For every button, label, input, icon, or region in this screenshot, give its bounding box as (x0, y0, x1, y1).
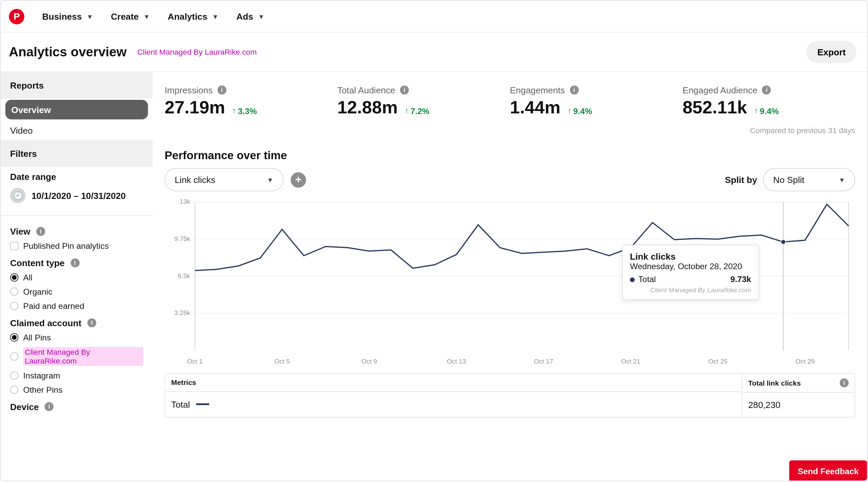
splitby-label: Split by (725, 175, 757, 185)
radio-claimed-all[interactable]: All Pins (1, 330, 153, 345)
radio-icon (10, 352, 18, 361)
date-range-value: 10/1/2020 – 10/31/2020 (32, 190, 126, 201)
info-icon[interactable]: i (762, 86, 771, 94)
radio-icon (10, 288, 19, 296)
sidebar-item-video[interactable]: Video (1, 120, 153, 140)
add-metric-button[interactable]: + (291, 172, 306, 188)
nav-business-label: Business (42, 11, 82, 21)
split-dropdown[interactable]: No Split ▼ (763, 168, 855, 191)
nav-analytics[interactable]: Analytics ▼ (168, 11, 219, 21)
info-icon[interactable]: i (36, 227, 45, 236)
metrics-row: Impressionsi 27.19m ↑3.3% Total Audience… (153, 72, 867, 125)
chart-tooltip: Link clicks Wednesday, October 28, 2020 … (622, 245, 759, 300)
export-button[interactable]: Export (807, 41, 856, 63)
radio-content-paid[interactable]: Paid and earned (1, 299, 153, 313)
svg-text:13k: 13k (180, 198, 190, 205)
info-icon[interactable]: i (45, 402, 54, 411)
metric-dropdown[interactable]: Link clicks ▼ (165, 168, 284, 191)
tooltip-title: Link clicks (630, 251, 751, 261)
chevron-down-icon: ▼ (838, 176, 845, 183)
send-feedback-button[interactable]: Send Feedback (790, 460, 867, 481)
metric-value: 852.11k (683, 97, 747, 118)
table-head-metrics: Metrics (165, 374, 742, 392)
nav-ads[interactable]: Ads ▼ (236, 11, 265, 21)
nav-create-label: Create (111, 11, 139, 21)
legend-line-icon (196, 403, 209, 405)
arrow-up-icon: ↑ (405, 106, 409, 115)
series-dot-icon (630, 277, 635, 282)
info-icon[interactable]: i (570, 86, 579, 94)
svg-text:Oct 5: Oct 5 (274, 358, 290, 365)
radio-content-organic[interactable]: Organic (1, 284, 153, 299)
header-bar: Analytics overview Client Managed By Lau… (1, 33, 867, 72)
metric-value: 1.44m (510, 97, 561, 118)
client-tag: Client Managed By LauraRike.com (137, 48, 257, 56)
radio-icon (10, 273, 19, 282)
nav-ads-label: Ads (236, 11, 253, 21)
info-icon[interactable]: i (71, 258, 79, 267)
content-type-label: Content type i (1, 253, 153, 271)
svg-text:9.75k: 9.75k (174, 235, 190, 242)
info-icon[interactable]: i (217, 86, 226, 94)
radio-content-all[interactable]: All (1, 270, 153, 284)
radio-icon (10, 302, 19, 310)
metric-value: 12.88m (337, 97, 398, 118)
arrow-up-icon: ↑ (754, 106, 758, 115)
metrics-table: Metrics Total Total link clicks i 280,23… (165, 373, 855, 418)
pinterest-logo-icon[interactable]: P (9, 8, 24, 24)
date-range-label: Date range (1, 167, 153, 184)
chevron-down-icon: ▼ (212, 13, 219, 20)
svg-text:Oct 9: Oct 9 (361, 358, 377, 365)
nav-create[interactable]: Create ▼ (111, 11, 150, 21)
radio-icon (10, 333, 19, 342)
chevron-down-icon: ▼ (267, 176, 273, 183)
tooltip-date: Wednesday, October 28, 2020 (630, 261, 751, 271)
svg-text:Oct 17: Oct 17 (534, 358, 553, 365)
arrow-up-icon: ↑ (232, 106, 236, 115)
view-label: View i (1, 222, 153, 239)
checkbox-icon (10, 242, 19, 250)
sidebar-item-overview[interactable]: Overview (5, 100, 148, 119)
chart-controls: Link clicks ▼ + Split by No Split ▼ (153, 168, 867, 196)
chevron-down-icon: ▼ (87, 13, 93, 20)
radio-claimed-client[interactable]: Client Managed By LauraRike.com (1, 345, 153, 368)
svg-text:Oct 29: Oct 29 (795, 358, 815, 365)
metric-impressions[interactable]: Impressionsi 27.19m ↑3.3% (165, 85, 337, 117)
svg-point-19 (781, 240, 786, 244)
sidebar-reports-header: Reports (1, 72, 153, 99)
device-label: Device i (1, 397, 153, 414)
radio-icon (10, 371, 19, 380)
info-icon[interactable]: i (400, 86, 409, 94)
nav-analytics-label: Analytics (168, 11, 207, 21)
info-icon[interactable]: i (840, 378, 849, 387)
svg-text:Oct 21: Oct 21 (621, 358, 640, 365)
metric-total-audience[interactable]: Total Audiencei 12.88m ↑7.2% (337, 85, 510, 117)
performance-title: Performance over time (153, 141, 867, 168)
chevron-down-icon: ▼ (143, 13, 150, 20)
svg-text:Oct 25: Oct 25 (708, 358, 728, 365)
main-content: Impressionsi 27.19m ↑3.3% Total Audience… (153, 72, 867, 481)
svg-text:Oct 13: Oct 13 (447, 358, 466, 365)
top-nav: P Business ▼ Create ▼ Analytics ▼ Ads ▼ (1, 1, 867, 33)
metric-value: 27.19m (165, 97, 225, 118)
chart-container: 13k9.75k6.5k3.25kOct 1Oct 5Oct 9Oct 13Oc… (165, 196, 855, 369)
table-row-value: 280,230 (742, 393, 855, 417)
info-icon[interactable]: i (87, 318, 96, 327)
svg-text:6.5k: 6.5k (178, 272, 191, 279)
compared-text: Compared to previous 31 days (153, 125, 867, 141)
sidebar-filters-header: Filters (1, 140, 153, 167)
radio-claimed-instagram[interactable]: Instagram (1, 368, 153, 383)
date-range-picker[interactable]: 🕘 10/1/2020 – 10/31/2020 (1, 184, 153, 209)
radio-claimed-other[interactable]: Other Pins (1, 383, 153, 397)
nav-business[interactable]: Business ▼ (42, 11, 93, 21)
checkbox-published-pin[interactable]: Published Pin analytics (1, 239, 153, 253)
tooltip-client: Client Managed By LauraRike.com (630, 286, 751, 294)
clock-icon: 🕘 (10, 188, 26, 203)
metric-engaged-audience[interactable]: Engaged Audiencei 852.11k ↑9.4% (683, 85, 855, 117)
svg-text:Oct 1: Oct 1 (187, 358, 203, 365)
table-row: Total (165, 392, 742, 416)
checkbox-label: Published Pin analytics (23, 241, 109, 251)
arrow-up-icon: ↑ (567, 106, 571, 115)
radio-icon (10, 386, 19, 394)
metric-engagements[interactable]: Engagementsi 1.44m ↑9.4% (510, 85, 683, 117)
